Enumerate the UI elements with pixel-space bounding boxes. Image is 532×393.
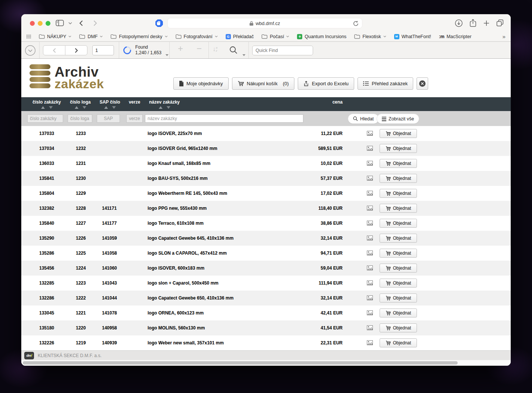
order-button[interactable]: Objednat [380, 219, 417, 228]
bookmark-item[interactable]: NÁKUPY [39, 34, 71, 39]
column-header-verze: verze [127, 99, 142, 105]
column-header-cislo-zakazky[interactable]: číslo zakázky [29, 99, 65, 109]
preview-image-icon[interactable] [367, 295, 373, 300]
order-button[interactable]: Objednat [380, 264, 417, 273]
order-number: 135841 [29, 171, 54, 186]
order-button[interactable]: Objednat [380, 338, 417, 347]
collapse-toolbar-icon[interactable] [25, 45, 36, 56]
bookmark-item[interactable]: Fotopolymerní desky [111, 34, 167, 39]
preview-image-icon[interactable] [367, 176, 373, 181]
sort-arrows[interactable] [75, 106, 86, 109]
address-bar[interactable]: wbd.dmf.cz [167, 18, 362, 28]
cart-button[interactable]: Nákupní košík (0) [232, 77, 294, 90]
preview-image-icon[interactable] [367, 161, 373, 166]
preview-image-icon[interactable] [367, 236, 373, 240]
price: 11,22 EUR [294, 126, 343, 141]
new-tab-icon[interactable] [483, 20, 490, 27]
preview-image-icon[interactable] [367, 340, 373, 345]
sidebar-toggle-icon[interactable] [56, 20, 64, 26]
order-button[interactable]: Objednat [380, 308, 417, 317]
folder-icon [39, 34, 45, 39]
content-blocker-icon[interactable] [155, 19, 163, 27]
search-icon[interactable] [229, 46, 238, 55]
close-panel-button[interactable] [417, 77, 428, 90]
downloads-icon[interactable] [455, 19, 463, 27]
bookmark-item[interactable]: DMF [79, 34, 103, 39]
price: 38,86 EUR [294, 216, 343, 231]
zoom-out-button[interactable]: − [192, 43, 206, 54]
sort-arrows[interactable] [41, 106, 53, 109]
preview-image-icon[interactable] [367, 221, 373, 225]
filter-cislo-zakazky-input[interactable] [27, 114, 63, 123]
bookmark-item[interactable]: M WhatTheFont! [394, 34, 431, 39]
horizontal-scrollbar[interactable] [21, 360, 511, 366]
order-button[interactable]: Objednat [380, 323, 417, 332]
filter-sap-input[interactable] [97, 114, 120, 123]
sort-arrows[interactable] [104, 106, 116, 109]
sort-az-icon[interactable]: ↓ az [213, 46, 217, 53]
preview-image-icon[interactable] [367, 310, 373, 315]
column-header-nazev-zakazky[interactable]: název zakázky [147, 99, 182, 109]
sort-arrows[interactable] [159, 106, 170, 109]
bookmarks-overflow-chevron[interactable]: » [502, 33, 505, 40]
quick-find-field[interactable] [252, 46, 313, 55]
order-button[interactable]: Objednat [380, 189, 417, 198]
filter-cislo-loga-input[interactable] [68, 114, 92, 123]
filter-verze-input[interactable] [126, 114, 143, 123]
forward-button[interactable] [93, 20, 97, 26]
favorites-grid-icon[interactable] [27, 35, 31, 39]
order-button-label: Objednat [393, 161, 411, 166]
back-button[interactable] [79, 20, 83, 26]
find-next-button[interactable] [65, 45, 87, 55]
order-button[interactable]: Objednat [380, 234, 417, 243]
bookmark-item[interactable]: G Překladač [226, 34, 254, 39]
preview-image-icon[interactable] [367, 191, 373, 196]
zoom-in-button[interactable]: + [174, 43, 187, 54]
bookmark-item[interactable]: :m MacScripter [439, 34, 471, 39]
page-number-input[interactable] [92, 45, 114, 55]
bookmark-item[interactable]: Fotografování [176, 34, 218, 39]
tab-overview-icon[interactable] [496, 19, 504, 27]
order-button[interactable]: Objednat [380, 249, 417, 258]
bookmark-item[interactable]: + Quantum Incursions [297, 34, 346, 39]
browser-titlebar: wbd.dmf.cz [21, 14, 511, 32]
logo-number: 1232 [76, 141, 86, 156]
zoom-window-button[interactable] [46, 21, 50, 26]
preview-image-icon[interactable] [367, 131, 373, 136]
column-header-sap-cislo[interactable]: SAP číslo [98, 99, 121, 109]
bookmark-item[interactable]: Počasí [262, 34, 289, 39]
order-number: 137034 [29, 141, 54, 156]
search-button[interactable]: Hledat [348, 114, 379, 124]
order-button[interactable]: Objednat [380, 129, 417, 138]
tab-group-chevron-icon[interactable] [68, 22, 72, 24]
show-all-button[interactable]: Zobrazit vše [377, 114, 419, 124]
column-header-cislo-loga[interactable]: číslo loga [69, 99, 92, 109]
preview-image-icon[interactable] [367, 206, 373, 211]
order-button[interactable]: Objednat [380, 294, 417, 303]
preview-image-icon[interactable] [367, 325, 373, 330]
table-row: 133045 1221 141078 logo ORNEA, 600x123 m… [21, 306, 511, 320]
search-dropdown-caret[interactable] [242, 54, 245, 56]
order-button[interactable]: Objednat [380, 144, 417, 153]
my-orders-button[interactable]: Moje objednávky [173, 77, 229, 90]
order-button[interactable]: Objednat [380, 174, 417, 183]
preview-image-icon[interactable] [367, 251, 373, 255]
preview-image-icon[interactable] [367, 265, 373, 270]
close-window-button[interactable] [30, 21, 35, 26]
order-button[interactable]: Objednat [380, 204, 417, 213]
quick-find-input[interactable] [253, 48, 313, 53]
order-button[interactable]: Objednat [380, 279, 417, 288]
orders-overview-button[interactable]: Přehled zakázek [358, 77, 413, 90]
preview-image-icon[interactable] [367, 280, 373, 285]
export-excel-button[interactable]: Export do Excelu [298, 77, 354, 90]
share-icon[interactable] [469, 19, 477, 27]
order-button[interactable]: Objednat [380, 159, 417, 168]
minimize-window-button[interactable] [38, 21, 43, 26]
find-previous-button[interactable] [43, 45, 65, 55]
bookmark-item[interactable]: Flexotisk [354, 34, 386, 39]
found-dropdown-caret[interactable] [166, 54, 168, 56]
preview-image-icon[interactable] [367, 146, 373, 151]
reload-icon[interactable] [353, 21, 359, 27]
scrollbar-thumb[interactable] [23, 361, 458, 365]
filter-nazev-zakazky-input[interactable] [145, 114, 303, 123]
